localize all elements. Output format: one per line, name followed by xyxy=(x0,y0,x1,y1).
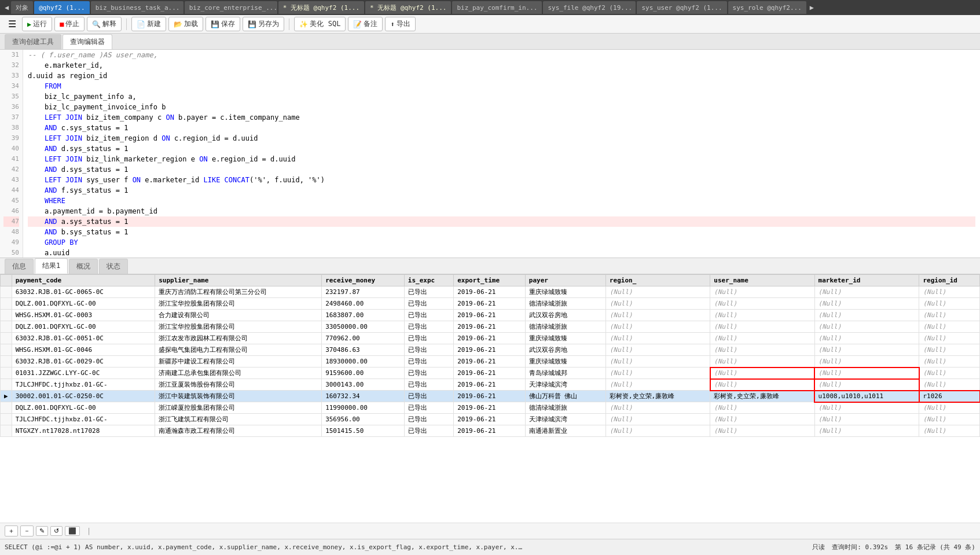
table-row[interactable]: 63032.RJB.01-GC-0051-0C 浙江农发市政园林工程有限公司 7… xyxy=(1,333,980,344)
cell-supplier-name: 济南建工总承包集团有限公司 xyxy=(155,367,322,379)
cell-is-expc: 已导出 xyxy=(404,310,453,321)
cell-supplier-name: 浙江飞建筑工程有限公司 xyxy=(155,414,322,425)
table-row[interactable]: WHSG.HSXM.01-GC-0046 盛探电气集团电力工程有限公司 3704… xyxy=(1,344,980,356)
cell-user-name: (Null) xyxy=(710,425,814,437)
col-header-receive-money[interactable]: receive_money xyxy=(322,275,405,286)
table-row[interactable]: 63032.RJB.01-GC-0065-0C 重庆万吉消防工程有限公司第三分公… xyxy=(1,286,980,298)
table-row[interactable]: TJLCJHFDC.tjjhxbz.01-GC- 浙江亚厦装饰股份有限公司 30… xyxy=(1,379,980,391)
code-line-41: LEFT JOIN biz_link_marketer_region e ON … xyxy=(28,154,975,164)
code-line-43: LEFT JOIN sys_user f ON e.marketer_id LI… xyxy=(28,175,975,185)
cell-export-time: 2019-06-21 xyxy=(454,344,526,356)
cell-user-name: (Null) xyxy=(710,286,814,298)
cell-region-id: (Null) xyxy=(919,310,980,321)
status-bar: SELECT (@i :=@i + 1) AS number, x.uuid, … xyxy=(0,539,980,555)
code-line-42: AND d.sys_status = 1 xyxy=(28,164,975,175)
tab-sys-role[interactable]: sys_role @qhyf2... xyxy=(728,1,806,14)
cell-payer: 青岛绿城城邦 xyxy=(525,367,605,379)
beautify-button[interactable]: ✨ 美化 SQL xyxy=(294,17,346,31)
tab-sys-user[interactable]: sys_user @qhyf2 (1... xyxy=(637,1,726,14)
row-marker xyxy=(1,286,12,298)
table-row[interactable]: WHSG.HSXM.01-GC-0003 合力建设有限公司 1683807.00… xyxy=(1,310,980,321)
tab-status[interactable]: 状态 xyxy=(99,259,128,274)
col-header-user-name[interactable]: user_name xyxy=(710,275,814,286)
tab-sys-file[interactable]: sys_file @qhyf2 (19... xyxy=(543,1,636,14)
cell-is-expc: 已导出 xyxy=(404,425,453,437)
nav-filter-btn[interactable]: ⬛ xyxy=(65,526,80,536)
table-row[interactable]: 63032.RJB.01-GC-0029-0C 新疆苏中建设工程有限公司 189… xyxy=(1,356,980,367)
cell-payer: 重庆绿城致臻 xyxy=(525,286,605,298)
code-line-38: AND c.sys_status = 1 xyxy=(28,123,975,133)
new-button[interactable]: 📄 新建 xyxy=(131,17,166,31)
cell-payer: 武汉双谷房地 xyxy=(525,310,605,321)
cell-supplier-name: 南通瀚森市政工程有限公司 xyxy=(155,425,322,437)
tab-biz-business[interactable]: biz_business_task_a... xyxy=(91,1,183,14)
cell-receive-money: 370486.63 xyxy=(322,344,405,356)
col-header-supplier-name[interactable]: supplier_name xyxy=(155,275,322,286)
cell-region: (Null) xyxy=(605,402,710,414)
nav-edit-btn[interactable]: ✎ xyxy=(36,526,48,536)
save-button[interactable]: 💾 保存 xyxy=(205,17,240,31)
col-header-marketer-id[interactable]: marketer_id xyxy=(814,275,919,286)
cell-region: (Null) xyxy=(605,425,710,437)
tab-arrow-left[interactable]: ◀ xyxy=(2,3,11,12)
result-tabs: 信息 结果1 概况 状态 xyxy=(0,258,980,274)
table-row[interactable]: ▶ 30002.001.01-GC-0250-0C 浙江中装建筑装饰有限公司 1… xyxy=(1,391,980,402)
cell-user-name: (Null) xyxy=(710,379,814,391)
col-header-region-id[interactable]: region_id xyxy=(919,275,980,286)
tab-query-builder[interactable]: 查询创建工具 xyxy=(5,34,61,49)
nav-refresh-btn[interactable]: ↺ xyxy=(50,526,63,536)
col-header-payment-code[interactable]: payment_code xyxy=(12,275,155,286)
cell-export-time: 2019-06-21 xyxy=(454,286,526,298)
cell-payer: 南通港新置业 xyxy=(525,425,605,437)
tab-biz-pay[interactable]: biz_pay_comfirm_in... xyxy=(452,1,542,14)
tab-overview[interactable]: 概况 xyxy=(69,259,98,274)
export-button[interactable]: ⬆ 导出 xyxy=(385,17,415,31)
data-table-container[interactable]: payment_code supplier_name receive_money… xyxy=(0,274,980,523)
col-header-is-expc[interactable]: is_expc xyxy=(404,275,453,286)
table-row[interactable]: TJLCJHFDC.tjjhxbz.01-GC- 浙江飞建筑工程有限公司 356… xyxy=(1,414,980,425)
tab-result1[interactable]: 结果1 xyxy=(35,258,68,274)
menu-icon[interactable]: ☰ xyxy=(5,17,20,31)
cell-supplier-name: 浙江亚厦装饰股份有限公司 xyxy=(155,379,322,391)
run-button[interactable]: ▶ 运行 xyxy=(22,17,52,31)
cell-region-id: (Null) xyxy=(919,402,980,414)
cell-payment-code: DQLZ.001.DQFXYL-GC-00 xyxy=(12,402,155,414)
load-button[interactable]: 📂 加载 xyxy=(168,17,203,31)
tab-untitled-2[interactable]: * 无标题 @qhyf2 (1... xyxy=(365,1,451,14)
stop-button[interactable]: ■ 停止 xyxy=(54,17,85,31)
table-row[interactable]: NTGXZY.nt17028.nt17028 南通瀚森市政工程有限公司 1501… xyxy=(1,425,980,437)
save-as-button[interactable]: 💾 另存为 xyxy=(243,17,284,31)
table-row[interactable]: DQLZ.001.DQFXYL-GC-00 浙江宝华控股集团有限公司 24984… xyxy=(1,298,980,310)
table-row[interactable]: DQLZ.001.DQFXYL-GC-00 浙江嵘厦控股集团有限公司 11990… xyxy=(1,402,980,414)
backup-button[interactable]: 📝 备注 xyxy=(348,17,383,31)
code-content[interactable]: -- ( f.user_name )AS user_name, e.market… xyxy=(23,50,980,258)
cell-payment-code: TJLCJHFDC.tjjhxbz.01-GC- xyxy=(12,379,155,391)
col-header-export-time[interactable]: export_time xyxy=(454,275,526,286)
sep1 xyxy=(126,19,127,30)
cell-payment-code: DQLZ.001.DQFXYL-GC-00 xyxy=(12,321,155,333)
tab-untitled-1[interactable]: * 无标题 @qhyf2 (1... xyxy=(278,1,364,14)
nav-delete-btn[interactable]: － xyxy=(20,525,34,536)
table-row[interactable]: 01031.JZZWGC.LYY-GC-0C 济南建工总承包集团有限公司 915… xyxy=(1,367,980,379)
cell-payer: 佛山万科普 佛山 xyxy=(525,391,605,402)
row-marker xyxy=(1,310,12,321)
nav-add-btn[interactable]: ＋ xyxy=(5,525,18,536)
cell-payer: 重庆绿城致臻 xyxy=(525,356,605,367)
col-header-region[interactable]: region_ xyxy=(605,275,710,286)
cell-supplier-name: 新疆苏中建设工程有限公司 xyxy=(155,356,322,367)
code-line-48: AND b.sys_status = 1 xyxy=(28,227,975,237)
tab-query-editor[interactable]: 查询编辑器 xyxy=(63,34,112,49)
table-row[interactable]: DQLZ.001.DQFXYL-GC-00 浙江宝华控股集团有限公司 33050… xyxy=(1,321,980,333)
cell-payment-code: 63032.RJB.01-GC-0029-0C xyxy=(12,356,155,367)
explain-button[interactable]: 🔍 解释 xyxy=(87,17,122,31)
export-icon: ⬆ xyxy=(390,20,394,28)
tab-info[interactable]: 信息 xyxy=(5,259,34,274)
cell-user-name: (Null) xyxy=(710,298,814,310)
tab-duixiang[interactable]: 对象 xyxy=(11,1,33,14)
tab-arrow-right[interactable]: ▶ xyxy=(808,3,816,12)
tab-qhyf2-1[interactable]: @qhyf2 (1... xyxy=(34,1,89,14)
tab-biz-core[interactable]: biz_core_enterprise_... xyxy=(185,1,277,14)
col-header-payer[interactable]: payer xyxy=(525,275,605,286)
run-icon: ▶ xyxy=(27,20,31,28)
cell-is-expc: 已导出 xyxy=(404,414,453,425)
